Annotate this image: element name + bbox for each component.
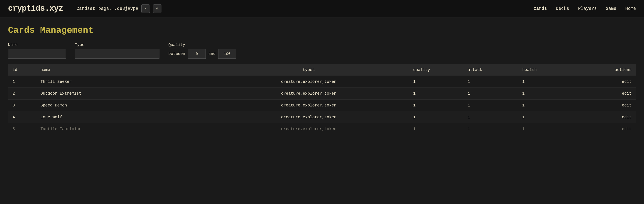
table-header-row: id name types quality attack health acti… (8, 64, 636, 76)
cardset-value: baga...de3javpa (98, 6, 138, 11)
cell-attack: 1 (463, 88, 518, 99)
edit-button[interactable]: edit (622, 79, 632, 84)
cell-quality: 1 (408, 123, 463, 135)
nav-home[interactable]: Home (625, 6, 636, 11)
nav-cards[interactable]: Cards (534, 6, 547, 11)
close-cardset-button[interactable]: × (142, 5, 150, 13)
table-row: 3 Speed Demon creature,explorer,token 1 … (8, 99, 636, 111)
cell-health: 1 (518, 76, 572, 88)
nav-decks[interactable]: Decks (556, 6, 569, 11)
edit-button[interactable]: edit (622, 115, 632, 119)
cell-actions[interactable]: edit (572, 88, 636, 99)
cell-types: creature,explorer,token (209, 99, 408, 111)
cell-name: Thrill Seeker (36, 76, 209, 88)
col-header-attack: attack (463, 64, 518, 76)
col-header-name: name (36, 64, 209, 76)
nav-players[interactable]: Players (578, 6, 597, 11)
cell-quality: 1 (408, 99, 463, 111)
type-filter-input[interactable] (75, 49, 160, 59)
col-header-actions: actions (572, 64, 636, 76)
main-content: Cards Management Name Type Quality betwe… (0, 17, 644, 135)
cell-id: 5 (8, 123, 36, 135)
cell-name: Lone Wolf (36, 111, 209, 123)
cell-types: creature,explorer,token (209, 76, 408, 88)
main-nav: Cards Decks Players Game Home (534, 6, 636, 11)
filters-section: Name Type Quality between and (8, 43, 636, 59)
table-row: 2 Outdoor Extremist creature,explorer,to… (8, 88, 636, 99)
cell-health: 1 (518, 88, 572, 99)
edit-button[interactable]: edit (622, 103, 632, 108)
cell-attack: 1 (463, 111, 518, 123)
cell-id: 1 (8, 76, 36, 88)
cell-attack: 1 (463, 99, 518, 111)
cell-health: 1 (518, 123, 572, 135)
cell-id: 4 (8, 111, 36, 123)
quality-filter-label: Quality (168, 43, 236, 47)
type-filter-group: Type (75, 43, 160, 59)
quality-max-input[interactable] (218, 49, 236, 59)
cell-actions[interactable]: edit (572, 76, 636, 88)
cell-id: 2 (8, 88, 36, 99)
col-header-health: health (518, 64, 572, 76)
col-header-quality: quality (408, 64, 463, 76)
cell-actions[interactable]: edit (572, 111, 636, 123)
name-filter-input[interactable] (8, 49, 66, 59)
col-header-types: types (209, 64, 408, 76)
cardset-label: Cardset (76, 6, 95, 11)
cell-types: creature,explorer,token (209, 88, 408, 99)
between-label: between (168, 52, 185, 56)
header: cryptids.xyz Cardset baga...de3javpa × C… (0, 0, 644, 17)
cell-attack: 1 (463, 123, 518, 135)
cardset-section: Cardset baga...de3javpa × (76, 5, 534, 13)
logo: cryptids.xyz (8, 4, 63, 13)
cell-name: Tactile Tactician (36, 123, 209, 135)
quality-filter-group: Quality between and (168, 43, 236, 59)
cell-health: 1 (518, 99, 572, 111)
page-title: Cards Management (8, 26, 636, 36)
cell-name: Speed Demon (36, 99, 209, 111)
table-header: id name types quality attack health acti… (8, 64, 636, 76)
quality-min-input[interactable] (188, 49, 206, 59)
and-label: and (208, 52, 216, 56)
name-filter-group: Name (8, 43, 66, 59)
cell-actions[interactable]: edit (572, 123, 636, 135)
cell-health: 1 (518, 111, 572, 123)
name-filter-label: Name (8, 43, 66, 47)
edit-button[interactable]: edit (622, 91, 632, 96)
table-row: 1 Thrill Seeker creature,explorer,token … (8, 76, 636, 88)
download-icon (156, 7, 159, 11)
quality-range-row: between and (168, 49, 236, 59)
cell-name: Outdoor Extremist (36, 88, 209, 99)
type-filter-label: Type (75, 43, 160, 47)
cards-table: id name types quality attack health acti… (8, 64, 636, 135)
cell-types: creature,explorer,token (209, 111, 408, 123)
edit-button[interactable]: edit (622, 127, 632, 131)
cell-quality: 1 (408, 111, 463, 123)
table-row: 5 Tactile Tactician creature,explorer,to… (8, 123, 636, 135)
cell-quality: 1 (408, 88, 463, 99)
cell-attack: 1 (463, 76, 518, 88)
cell-types: creature,explorer,token (209, 123, 408, 135)
cell-actions[interactable]: edit (572, 99, 636, 111)
download-cardset-button[interactable] (153, 5, 162, 13)
table-row: 4 Lone Wolf creature,explorer,token 1 1 … (8, 111, 636, 123)
table-body: 1 Thrill Seeker creature,explorer,token … (8, 76, 636, 135)
col-header-id: id (8, 64, 36, 76)
nav-game[interactable]: Game (606, 6, 616, 11)
cards-table-container: id name types quality attack health acti… (8, 64, 636, 135)
cell-id: 3 (8, 99, 36, 111)
cell-quality: 1 (408, 76, 463, 88)
